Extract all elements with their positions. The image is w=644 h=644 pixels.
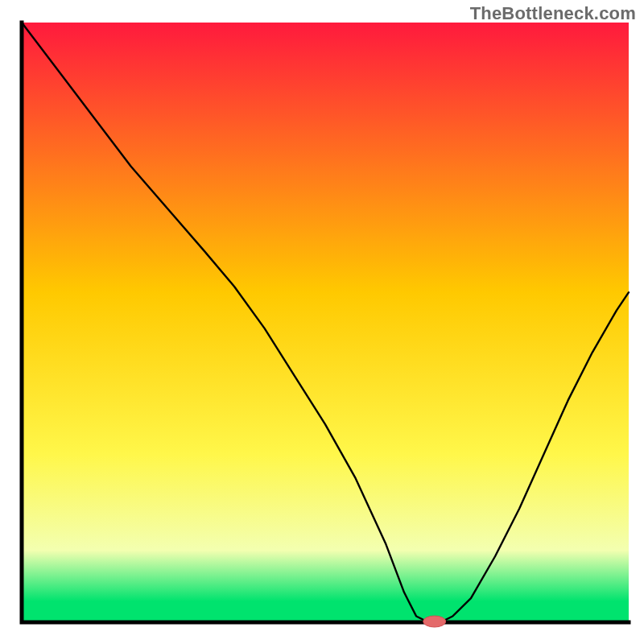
- gradient-background: [22, 23, 629, 622]
- bottleneck-chart: [0, 0, 644, 644]
- optimum-marker: [423, 616, 446, 627]
